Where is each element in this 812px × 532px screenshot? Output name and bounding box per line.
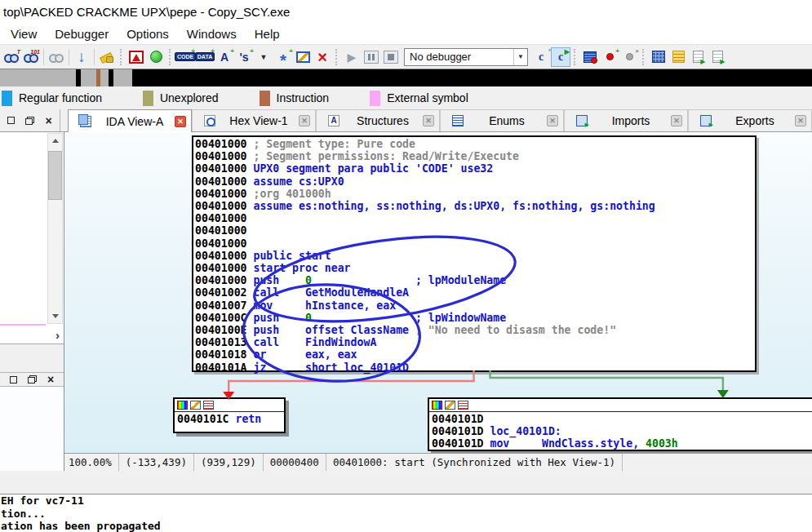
start-process-button[interactable]: ▶ — [342, 47, 362, 67]
produce-c-button[interactable]: c* — [531, 47, 551, 67]
legend-item: Regular function — [2, 91, 102, 106]
breakpoint-list-button[interactable] — [580, 47, 600, 67]
restore-icon[interactable] — [25, 117, 34, 125]
menu-view[interactable]: View — [2, 25, 46, 42]
tab-close-icon[interactable]: ✕ — [795, 115, 806, 126]
output-line: ation has been propagated — [1, 520, 812, 532]
restore-icon[interactable] — [28, 375, 37, 383]
code-line: 00401000 — [195, 224, 755, 237]
structures-icon: A — [328, 115, 339, 126]
tab-hex-view-1[interactable]: Hex View-1 ✕ — [192, 109, 316, 131]
node-edit-icon[interactable] — [445, 401, 455, 410]
run-script-button[interactable] — [688, 47, 708, 67]
create-data-button[interactable]: DATA+ — [195, 47, 215, 67]
legend-swatch-regular-function — [2, 91, 12, 106]
search-next-icon — [49, 52, 64, 62]
ida-window: top\PACKED CRACKME UPX\pepe - Copy_SCY.e… — [0, 0, 812, 532]
dock-strip — [0, 471, 812, 494]
node-edit-icon[interactable] — [190, 401, 201, 410]
tab-close-icon[interactable]: ✕ — [423, 115, 434, 126]
maximize-icon[interactable] — [10, 376, 17, 383]
expand-chevron-button[interactable]: › — [55, 328, 60, 342]
close-icon[interactable]: × — [47, 375, 54, 383]
highlight-lock-icon — [100, 51, 113, 63]
code-line: 00401000 push 0 ; lpModuleName — [195, 274, 755, 286]
output-window-icon — [672, 51, 685, 63]
menu-options[interactable]: Options — [118, 25, 178, 42]
highlight-lock-button[interactable] — [97, 47, 117, 67]
graph-canvas[interactable]: 00401000 ; Segment type: Pure code004010… — [64, 132, 812, 471]
create-code-button[interactable]: CODE+ — [175, 47, 195, 67]
node-color-icon[interactable] — [432, 401, 442, 410]
edit-comment-button[interactable] — [293, 47, 313, 67]
window-title: top\PACKED CRACKME UPX\pepe - Copy_SCY.e… — [3, 5, 290, 19]
string-type-dropdown[interactable]: ▼ — [254, 47, 273, 67]
script-command-button[interactable] — [708, 47, 727, 67]
tab-enums[interactable]: Enums ✕ — [440, 109, 564, 131]
tab-close-icon[interactable]: ✕ — [671, 115, 682, 126]
run-c-button[interactable]: c▶ — [551, 47, 570, 67]
menu-windows[interactable]: Windows — [178, 25, 246, 42]
tab-close-icon[interactable]: ✕ — [547, 115, 558, 126]
debugger-selector[interactable]: No debugger ▼ — [404, 48, 528, 66]
node-group-icon[interactable] — [203, 401, 214, 410]
dock-window-controls: × — [0, 372, 64, 387]
jump-address-button[interactable]: ↓ — [72, 47, 91, 67]
status-zoom: 100.00% — [64, 454, 119, 471]
navband-marker — [76, 69, 81, 86]
undefine-button[interactable]: × — [313, 47, 332, 67]
legend-swatch-instruction — [260, 91, 270, 106]
calculator-button[interactable] — [649, 47, 668, 67]
tab-bar: × IDA View-A ✕ Hex View-1 ✕ A Structures… — [0, 109, 812, 132]
maximize-icon[interactable] — [7, 117, 15, 124]
calculator-icon — [652, 51, 665, 63]
code-line: 0040101D loc_40101D: — [432, 425, 812, 437]
search-next-button[interactable] — [47, 47, 66, 67]
tab-exports[interactable]: Exports ✕ — [688, 109, 812, 131]
tab-close-icon[interactable]: ✕ — [299, 115, 310, 126]
close-icon[interactable]: × — [45, 117, 51, 125]
code-line: 00401000 ; Segment permissions: Read/Wri… — [195, 150, 755, 162]
stop-process-button[interactable] — [381, 47, 401, 67]
tab-close-icon[interactable]: ✕ — [175, 116, 186, 127]
code-line: 0040101D — [432, 413, 812, 425]
color-legend: Regular function Unexplored Instruction … — [0, 86, 812, 109]
graph-overview-panel[interactable] — [0, 387, 64, 471]
output-window[interactable]: EH for vc7-11 tion... ation has been pro… — [0, 494, 812, 532]
node-group-icon[interactable] — [458, 401, 468, 410]
left-dock-panel[interactable]: › — [0, 132, 64, 344]
graph-node-retn[interactable]: 0040101C retn — [173, 397, 286, 433]
delete-breakpoint-button[interactable]: × — [619, 47, 639, 67]
play-icon: ▶ — [348, 51, 357, 64]
scroll-up-button[interactable] — [48, 134, 62, 148]
tab-ida-view-a[interactable]: IDA View-A ✕ — [68, 109, 192, 132]
create-name-button[interactable]: A+ — [215, 47, 234, 67]
create-function-icon: * — [280, 56, 286, 64]
code-line: 0040100C push 0 ; lpWindowName — [195, 312, 755, 324]
navigation-band[interactable] — [0, 69, 812, 86]
scroll-up-icon — [52, 139, 59, 143]
graph-node-start[interactable]: 00401000 ; Segment type: Pure code004010… — [192, 135, 757, 372]
search-text-button[interactable]: T — [2, 47, 21, 67]
panel-highlight-line — [0, 324, 46, 326]
add-breakpoint-button[interactable]: + — [600, 47, 619, 67]
show-problems-button[interactable] — [126, 47, 146, 67]
search-binary-button[interactable]: 101 — [21, 47, 41, 67]
create-string-button[interactable]: 's+ — [234, 47, 254, 67]
pause-process-button[interactable] — [362, 47, 381, 67]
delete-breakpoint-icon — [626, 53, 633, 60]
ida-view-icon — [80, 116, 91, 127]
vertical-scrollbar[interactable] — [47, 133, 63, 324]
node-color-icon[interactable] — [177, 401, 188, 410]
create-function-button[interactable]: *+ — [273, 47, 293, 67]
script-command-icon — [712, 51, 723, 63]
menu-help[interactable]: Help — [246, 25, 289, 42]
output-window-button[interactable] — [668, 47, 688, 67]
scrollbar-thumb[interactable] — [48, 151, 62, 200]
tab-imports[interactable]: Imports ✕ — [564, 109, 688, 131]
tab-structures[interactable]: A Structures ✕ — [316, 109, 440, 131]
jump-false-edge — [229, 370, 473, 392]
menu-debugger[interactable]: Debugger — [46, 25, 118, 42]
scroll-down-button[interactable] — [48, 309, 62, 323]
graph-node-loc-40101d[interactable]: 0040101D0040101D loc_40101D:0040101D mov… — [428, 397, 812, 451]
